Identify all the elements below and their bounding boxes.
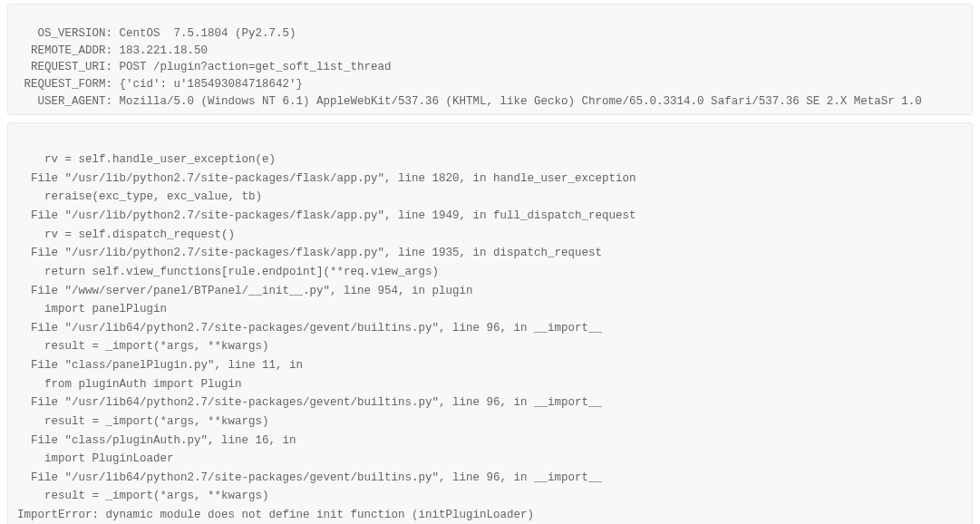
- traceback-box: rv = self.handle_user_exception(e) File …: [7, 122, 973, 525]
- request-info-text: OS_VERSION: CentOS 7.5.1804 (Py2.7.5) RE…: [17, 27, 922, 108]
- request-info-box: OS_VERSION: CentOS 7.5.1804 (Py2.7.5) RE…: [7, 4, 973, 115]
- traceback-text: rv = self.handle_user_exception(e) File …: [17, 153, 636, 521]
